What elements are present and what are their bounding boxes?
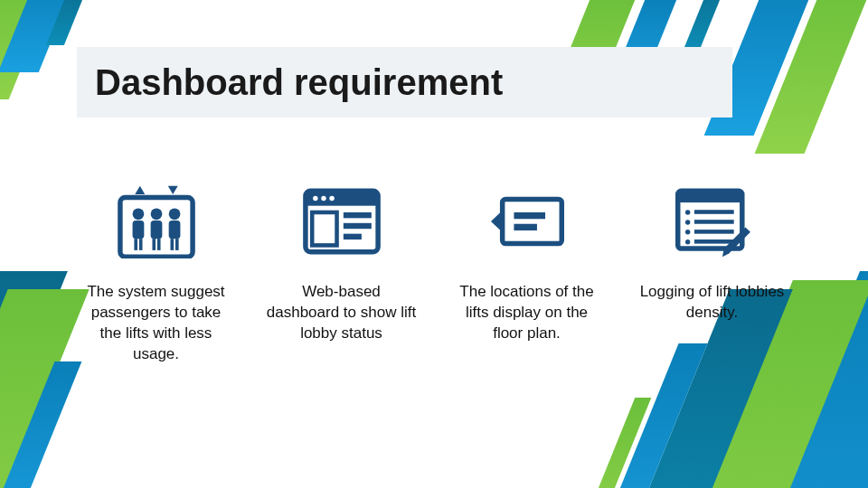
svg-rect-4 xyxy=(132,221,144,239)
svg-point-7 xyxy=(150,208,162,220)
slide: Dashboard requirement xyxy=(0,0,868,488)
feature-text: The locations of the lifts display on th… xyxy=(450,282,604,344)
web-dashboard-icon xyxy=(297,181,387,262)
feature-card: The system suggest passengers to take th… xyxy=(72,181,240,365)
svg-rect-31 xyxy=(693,210,733,214)
svg-point-18 xyxy=(321,196,326,201)
svg-rect-14 xyxy=(175,239,178,250)
svg-rect-37 xyxy=(693,239,733,244)
svg-rect-12 xyxy=(168,221,180,239)
svg-rect-25 xyxy=(514,212,545,219)
svg-rect-26 xyxy=(514,224,537,230)
svg-rect-22 xyxy=(343,223,371,229)
svg-point-11 xyxy=(168,208,180,220)
svg-rect-20 xyxy=(312,212,336,245)
svg-point-32 xyxy=(684,220,689,224)
svg-point-3 xyxy=(132,208,144,220)
svg-rect-35 xyxy=(693,230,733,234)
svg-point-36 xyxy=(684,239,689,244)
svg-rect-8 xyxy=(150,221,162,239)
title-bar: Dashboard requirement xyxy=(77,47,732,117)
page-title: Dashboard requirement xyxy=(95,62,503,103)
feature-card: Web-based dashboard to show lift lobby s… xyxy=(258,181,425,365)
feature-text: The system suggest passengers to take th… xyxy=(80,282,233,365)
feature-row: The system suggest passengers to take th… xyxy=(72,181,796,365)
svg-rect-29 xyxy=(677,191,741,202)
svg-rect-24 xyxy=(502,199,561,243)
svg-marker-1 xyxy=(167,186,177,194)
svg-rect-10 xyxy=(156,239,160,250)
svg-point-19 xyxy=(329,196,334,201)
decor-stripe xyxy=(682,0,731,54)
svg-point-17 xyxy=(313,196,317,201)
svg-marker-0 xyxy=(135,186,145,194)
people-elevator-icon xyxy=(111,181,202,262)
log-list-icon xyxy=(667,181,758,262)
feature-text: Web-based dashboard to show lift lobby s… xyxy=(265,282,419,344)
svg-rect-6 xyxy=(138,239,142,250)
svg-rect-13 xyxy=(170,239,174,250)
svg-rect-21 xyxy=(343,212,371,218)
svg-point-34 xyxy=(684,230,689,234)
floorplan-icon xyxy=(482,181,572,262)
feature-card: Logging of lift lobbies density. xyxy=(628,181,796,365)
svg-marker-27 xyxy=(490,209,504,233)
svg-point-30 xyxy=(684,210,689,214)
svg-rect-23 xyxy=(343,234,361,239)
feature-card: The locations of the lifts display on th… xyxy=(443,181,610,365)
svg-rect-5 xyxy=(134,239,137,250)
svg-rect-9 xyxy=(152,239,156,250)
feature-text: Logging of lift lobbies density. xyxy=(636,282,789,324)
svg-rect-33 xyxy=(693,220,733,224)
